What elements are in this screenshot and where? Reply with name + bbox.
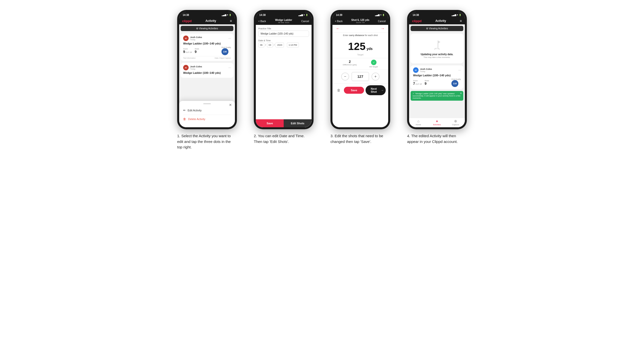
- prev-arrow-icon[interactable]: ←: [336, 26, 340, 31]
- date-time-row: 06 / 03 / 2023 1:13 PM: [258, 42, 309, 47]
- notch-4: [428, 10, 446, 14]
- logo-4: clippd: [412, 19, 422, 23]
- tab-activities[interactable]: ♦ Activities: [428, 119, 446, 126]
- bottom-sheet[interactable]: ✕ ✏ Edit Activity 🗑 Delete Activity: [179, 101, 235, 127]
- back-btn-3[interactable]: < Back: [335, 20, 343, 23]
- time-value[interactable]: 1:13 PM: [287, 42, 299, 47]
- save-button-2[interactable]: Save: [256, 119, 284, 127]
- phone-4-col: 14:38 ▂▄▆ ✦ 🔋 clippd Activity ≡ ⚙ Viewin…: [402, 10, 472, 144]
- three-dots-1[interactable]: ···: [228, 36, 231, 40]
- shots-group-4: Shots 9: [424, 80, 429, 86]
- practice-title-input[interactable]: [258, 30, 309, 37]
- trash-icon: 🗑: [183, 117, 186, 121]
- trash-btn-3[interactable]: 🗑: [335, 86, 342, 94]
- time-1: 14:38: [183, 14, 189, 16]
- arrow-row-3: ← →: [332, 25, 388, 32]
- signal-icons-3: ▂▄▆ ✦ 🔋: [375, 14, 385, 16]
- p3-screen: < Back Shot 6, 125 yds Score 7/9 Cancel …: [332, 17, 388, 127]
- card-stats-1: Score 9 OUT OF Shots 9: [183, 46, 231, 55]
- tab-bar: ⌂ Home ♦ Activities ⊕ Capture: [409, 118, 465, 127]
- cancel-btn-2[interactable]: Cancel: [301, 20, 309, 23]
- p2-nav: < Back Wedge Ladder 06 Mar 2023 Cancel: [256, 17, 312, 25]
- activity-card-4[interactable]: JC Josh Coles Today ··· Wedge Ladder (10…: [410, 65, 463, 89]
- date-day[interactable]: 06: [258, 42, 264, 47]
- sheet-close-icon[interactable]: ✕: [229, 103, 232, 107]
- instruction-3: Enter carry distance for each shot: [332, 32, 388, 38]
- tab-capture[interactable]: ⊕ Capture: [446, 119, 465, 126]
- three-dots-2[interactable]: ···: [228, 66, 231, 69]
- quality-group-4: Shot Quality 118: [452, 78, 461, 87]
- activity-card-2[interactable]: JC Josh Coles Today ··· Wedge Ladder (10…: [181, 63, 234, 78]
- practice-title-label: Practice Title: [258, 27, 309, 30]
- user-info-2: Josh Coles Today: [190, 65, 228, 70]
- notch-3: [352, 10, 369, 14]
- diff-stat: 2 Difference (yds): [343, 60, 356, 68]
- decrement-button[interactable]: −: [341, 73, 349, 81]
- card-header-4: JC Josh Coles Today ···: [413, 67, 461, 73]
- shot-title-3: Shot 6, 125 yds: [351, 19, 369, 21]
- caption-1: 1. Select the Activity you want to edit …: [177, 133, 237, 150]
- toast-close-icon[interactable]: ✕: [460, 92, 462, 95]
- three-dots-4[interactable]: ···: [458, 68, 461, 72]
- home-icon: ⌂: [417, 119, 419, 123]
- username-1: Josh Coles: [190, 36, 228, 38]
- activities-icon: ♦: [436, 119, 438, 123]
- menu-icon-1[interactable]: ≡: [230, 19, 232, 23]
- date-time-label: Date & Time: [258, 39, 309, 42]
- edit-shots-button[interactable]: Edit Shots: [284, 119, 312, 127]
- avatar-2: JC: [183, 65, 188, 70]
- card-header-1: JC Josh Coles Today ···: [183, 35, 231, 41]
- arrow-right-icon: →: [381, 89, 384, 92]
- counter-input[interactable]: [352, 72, 369, 81]
- phone-2-inner: 14:38 ▂▄▆ ✦ 🔋 < Back Wedge Ladder 06 Mar…: [256, 12, 312, 127]
- phone-1-inner: 14:38 ▂▄▆ ✦ 🔋 clippd Activity ≡ ⚙ Viewin…: [179, 12, 235, 127]
- caption-3: 3. Edit the shots that need to be change…: [330, 133, 390, 144]
- nav-title-1: Activity: [205, 19, 216, 23]
- p2-screen: < Back Wedge Ladder 06 Mar 2023 Cancel P…: [256, 17, 312, 127]
- p1-screen: clippd Activity ≡ ⚙ Viewing Activities J…: [179, 17, 235, 127]
- card-title-2: Wedge Ladder (100–140 yds): [183, 71, 231, 74]
- save-button-3[interactable]: Save: [344, 87, 364, 94]
- viewing-bar-4: ⚙ Viewing Activities: [410, 26, 463, 31]
- avatar-4: JC: [413, 67, 418, 73]
- edit-icon: ✏: [183, 109, 186, 112]
- phone-3: 14:39 ▂▄▆ ✦ 🔋 < Back Shot 6, 125 yds Sco…: [330, 10, 390, 129]
- phone-4: 14:38 ▂▄▆ ✦ 🔋 clippd Activity ≡ ⚙ Viewin…: [407, 10, 467, 129]
- distance-unit: yds: [366, 47, 372, 51]
- next-shot-button[interactable]: Next Shot →: [366, 85, 386, 95]
- card-stats-4: Score 7 OUT OF Shots 9: [413, 78, 461, 87]
- username-2: Josh Coles: [190, 65, 228, 68]
- back-btn-2[interactable]: < Back: [258, 20, 266, 23]
- phone-3-inner: 14:39 ▂▄▆ ✦ 🔋 < Back Shot 6, 125 yds Sco…: [332, 12, 388, 127]
- edit-activity-item[interactable]: ✏ Edit Activity: [183, 106, 231, 115]
- p4-nav: clippd Activity ≡: [409, 17, 465, 24]
- next-arrow-icon[interactable]: →: [381, 26, 385, 31]
- golf-icon: [413, 38, 461, 51]
- increment-button[interactable]: +: [372, 73, 380, 81]
- sheet-handle: [203, 103, 211, 104]
- phone-2-col: 14:38 ▂▄▆ ✦ 🔋 < Back Wedge Ladder 06 Mar…: [249, 10, 318, 144]
- tab-home[interactable]: ⌂ Home: [409, 119, 428, 126]
- nav-subtitle-2: 06 Mar 2023: [275, 21, 292, 24]
- activity-card-1[interactable]: JC Josh Coles Today ··· Wedge Ladder (10…: [181, 33, 234, 61]
- date-year[interactable]: 2023: [276, 42, 284, 47]
- distance-value: 125: [348, 40, 366, 52]
- date-month[interactable]: 03: [267, 42, 273, 47]
- cancel-btn-3[interactable]: Cancel: [378, 20, 386, 23]
- quality-badge-1: 130: [222, 48, 228, 55]
- menu-icon-4[interactable]: ≡: [460, 19, 462, 23]
- hit-target-icon: ✓: [371, 60, 376, 65]
- caption-2: 2. You can edit Date and Time. Then tap …: [254, 133, 314, 144]
- target-label: Target: [332, 53, 388, 56]
- quality-group-1: Shot Quality 130: [222, 46, 231, 55]
- phone-1-col: 14:38 ▂▄▆ ✦ 🔋 clippd Activity ≡ ⚙ Viewin…: [172, 10, 242, 150]
- viewing-bar-1: ⚙ Viewing Activities: [181, 26, 234, 31]
- shots-group-1: Shots 9: [194, 48, 199, 54]
- phone-3-col: 14:39 ▂▄▆ ✦ 🔋 < Back Shot 6, 125 yds Sco…: [326, 10, 395, 144]
- counter-row: − +: [332, 70, 388, 84]
- card-header-2: JC Josh Coles Today ···: [183, 65, 231, 70]
- delete-activity-item[interactable]: 🗑 Delete Activity: [183, 115, 231, 123]
- time-4: 14:38: [412, 14, 419, 16]
- p3-nav: < Back Shot 6, 125 yds Score 7/9 Cancel: [332, 17, 388, 25]
- updating-title: Updating your activity data.: [413, 53, 461, 56]
